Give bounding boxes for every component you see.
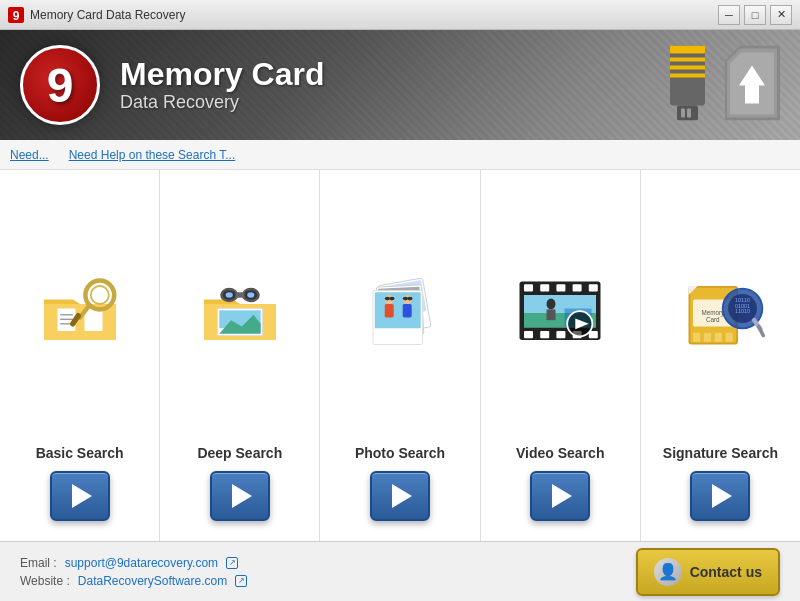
svg-line-81: [759, 326, 764, 335]
svg-rect-74: [726, 332, 733, 341]
basic-search-label: Basic Search: [36, 445, 124, 461]
video-search-col: Video Search: [481, 170, 641, 541]
svg-rect-54: [524, 331, 533, 338]
basic-search-play-button[interactable]: [50, 471, 110, 521]
app-title: Memory Card: [120, 57, 325, 92]
basic-search-icon-area: [10, 190, 149, 435]
svg-rect-71: [693, 332, 700, 341]
svg-rect-3: [670, 46, 705, 54]
nav-link-1[interactable]: Need...: [10, 148, 49, 162]
sd-card-icon: [725, 46, 780, 125]
contact-avatar-icon: 👤: [654, 558, 682, 586]
header-text: Memory Card Data Recovery: [120, 57, 325, 113]
app-icon: 9: [8, 7, 24, 23]
close-button[interactable]: ✕: [770, 5, 792, 25]
video-search-icon-area: [491, 190, 630, 435]
play-triangle-icon: [712, 484, 732, 508]
svg-point-47: [407, 296, 412, 300]
play-triangle-icon: [552, 484, 572, 508]
svg-rect-39: [375, 292, 421, 328]
deep-search-col: Deep Search: [160, 170, 320, 541]
window-title: Memory Card Data Recovery: [30, 8, 185, 22]
play-triangle-icon: [392, 484, 412, 508]
photo-search-label: Photo Search: [355, 445, 445, 461]
email-label: Email :: [20, 556, 57, 570]
svg-text:9: 9: [13, 9, 20, 23]
svg-rect-4: [670, 58, 705, 62]
svg-point-20: [90, 286, 108, 304]
app-subtitle: Data Recovery: [120, 92, 325, 113]
contact-us-button[interactable]: 👤 Contact us: [636, 548, 780, 596]
video-search-label: Video Search: [516, 445, 604, 461]
photo-search-icon-area: [330, 190, 469, 435]
svg-rect-50: [540, 284, 549, 291]
svg-rect-52: [573, 284, 582, 291]
svg-rect-62: [547, 309, 556, 320]
svg-rect-51: [557, 284, 566, 291]
svg-point-61: [547, 298, 556, 309]
footer: Email : support@9datarecovery.com ↗ Webs…: [0, 541, 800, 601]
signature-search-play-button[interactable]: [690, 471, 750, 521]
video-search-play-button[interactable]: [530, 471, 590, 521]
svg-rect-29: [235, 292, 244, 297]
svg-rect-5: [670, 66, 705, 70]
play-triangle-icon: [232, 484, 252, 508]
svg-point-33: [247, 292, 254, 297]
svg-rect-72: [704, 332, 711, 341]
svg-rect-73: [715, 332, 722, 341]
email-row: Email : support@9datarecovery.com ↗: [20, 556, 247, 570]
svg-text:11010: 11010: [735, 308, 750, 314]
signature-memcard-icon: Memory Card 10110 01001 11010: [675, 268, 765, 358]
email-link[interactable]: support@9datarecovery.com: [65, 556, 218, 570]
svg-rect-6: [670, 74, 705, 78]
maximize-button[interactable]: □: [744, 5, 766, 25]
deep-search-play-button[interactable]: [210, 471, 270, 521]
header-icons: [665, 46, 780, 125]
app-header: 9 Memory Card Data Recovery: [0, 30, 800, 140]
title-bar: 9 Memory Card Data Recovery ─ □ ✕: [0, 0, 800, 30]
deep-search-label: Deep Search: [197, 445, 282, 461]
photo-search-play-button[interactable]: [370, 471, 430, 521]
deep-search-icon-area: [170, 190, 309, 435]
signature-search-col: Memory Card 10110 01001 11010 Signature …: [641, 170, 800, 541]
photo-search-col: Photo Search: [320, 170, 480, 541]
minimize-button[interactable]: ─: [718, 5, 740, 25]
website-link[interactable]: DataRecoverySoftware.com: [78, 574, 227, 588]
svg-rect-49: [524, 284, 533, 291]
svg-rect-8: [681, 109, 685, 118]
external-link-icon: ↗: [226, 557, 238, 569]
main-content: Basic Search: [0, 170, 800, 541]
svg-rect-43: [403, 304, 412, 318]
binoculars-folder-icon: [195, 268, 285, 358]
website-label: Website :: [20, 574, 70, 588]
magnify-folder-icon: [35, 268, 125, 358]
svg-rect-55: [540, 331, 549, 338]
website-row: Website : DataRecoverySoftware.com ↗: [20, 574, 247, 588]
signature-search-label: Signature Search: [663, 445, 778, 461]
window-controls: ─ □ ✕: [718, 5, 792, 25]
basic-search-col: Basic Search: [0, 170, 160, 541]
play-triangle-icon: [72, 484, 92, 508]
svg-text:Card: Card: [706, 316, 720, 323]
svg-rect-41: [385, 304, 394, 318]
nav-link-2[interactable]: Need Help on these Search T...: [69, 148, 236, 162]
contact-btn-label: Contact us: [690, 564, 762, 580]
svg-rect-53: [589, 284, 598, 291]
svg-rect-9: [687, 109, 691, 118]
svg-point-45: [389, 296, 394, 300]
logo: 9: [20, 45, 100, 125]
video-film-icon: [515, 268, 605, 358]
svg-rect-56: [557, 331, 566, 338]
signature-search-icon-area: Memory Card 10110 01001 11010: [651, 190, 790, 435]
svg-point-32: [225, 292, 232, 297]
photos-icon: [355, 268, 445, 358]
footer-info: Email : support@9datarecovery.com ↗ Webs…: [20, 556, 247, 588]
svg-rect-15: [84, 308, 102, 331]
memory-stick-icon: [665, 46, 710, 125]
nav-bar: Need... Need Help on these Search T...: [0, 140, 800, 170]
external-link-icon-2: ↗: [235, 575, 247, 587]
